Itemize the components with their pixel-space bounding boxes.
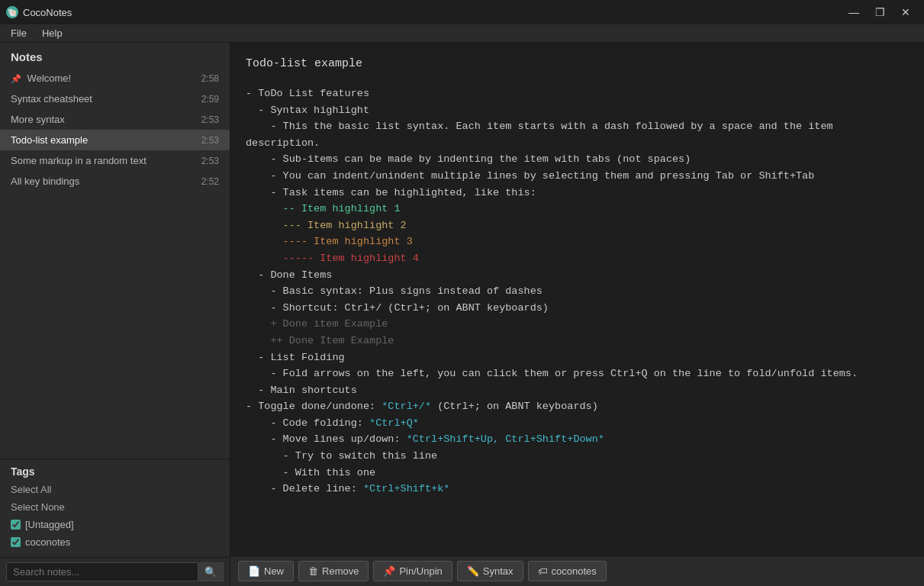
editor-line: - Toggle done/undone: *Ctrl+/* (Ctrl+; o… (246, 398, 909, 415)
editor-line: - Fold arrows on the left, you can click… (246, 365, 909, 382)
editor: Todo-list example - ToDo List features -… (230, 43, 924, 555)
tag-item[interactable]: coconotes (0, 533, 230, 551)
sidebar: Notes 📌 Welcome! 2:58 Syntax cheatsheet … (0, 43, 230, 586)
sidebar-footer: 🔍 (0, 557, 230, 586)
tags-list: [Untagged] coconotes (0, 516, 230, 551)
note-title: 📌 Welcome! (11, 72, 195, 84)
note-item[interactable]: More syntax 2:53 (0, 109, 230, 130)
editor-line: -- Item highlight 1 (246, 201, 909, 217)
remove-label: Remove (322, 565, 359, 577)
tag-label: coconotes (552, 565, 597, 577)
editor-line: - Sub-items can be made by indenting the… (246, 151, 909, 168)
titlebar: 🐚 CocoNotes — ❐ ✕ (0, 0, 924, 24)
toolbar: 📄 New 🗑 Remove 📌 Pin/Unpin ✏️ Syntax 🏷 c… (230, 555, 924, 586)
note-title: Some markup in a random text (11, 155, 195, 166)
pin-icon: 📌 (11, 74, 21, 83)
note-item[interactable]: Todo-list example 2:53 (0, 130, 230, 150)
close-button[interactable]: ✕ (893, 2, 918, 23)
editor-line: - Basic syntax: Plus signs instead of da… (246, 283, 909, 300)
search-button[interactable]: 🔍 (198, 562, 224, 581)
note-time: 2:53 (201, 135, 219, 146)
note-time: 2:58 (201, 73, 219, 84)
editor-line: - Code folding: *Ctrl+Q* (246, 415, 909, 432)
note-time: 2:52 (201, 176, 219, 187)
editor-line: - Main shortcuts (246, 382, 909, 399)
editor-line: - Shortcut: Ctrl+/ (Ctrl+; on ABNT keybo… (246, 300, 909, 317)
titlebar-left: 🐚 CocoNotes (6, 6, 72, 18)
menu-help[interactable]: Help (34, 26, 70, 40)
note-time: 2:53 (201, 114, 219, 125)
titlebar-controls: — ❐ ✕ (842, 2, 918, 23)
editor-line: - List Folding (246, 349, 909, 366)
editor-content[interactable]: - ToDo List features - Syntax highlight … (246, 85, 909, 497)
note-item[interactable]: Some markup in a random text 2:53 (0, 150, 230, 171)
editor-line: + Done item Example (246, 316, 909, 333)
main: Notes 📌 Welcome! 2:58 Syntax cheatsheet … (0, 43, 924, 586)
editor-line: - ToDo List features (246, 85, 909, 102)
note-title: More syntax (11, 114, 195, 125)
notes-section: Notes 📌 Welcome! 2:58 Syntax cheatsheet … (0, 43, 230, 459)
note-title: Syntax cheatsheet (11, 93, 195, 105)
note-time: 2:59 (201, 94, 219, 105)
app-title: CocoNotes (23, 7, 72, 18)
tags-header: Tags (0, 459, 230, 481)
tag-label: [Untagged] (25, 519, 74, 530)
editor-line: --- Item highlight 2 (246, 217, 909, 234)
pin-icon: 📌 (383, 565, 395, 577)
editor-line: - This the basic list syntax. Each item … (246, 118, 909, 151)
select-none-button[interactable]: Select None (0, 498, 230, 516)
select-all-button[interactable]: Select All (0, 481, 230, 498)
editor-line: - Try to switch this line (246, 448, 909, 465)
menu-file[interactable]: File (3, 26, 34, 40)
notes-list: 📌 Welcome! 2:58 Syntax cheatsheet 2:59 M… (0, 68, 230, 192)
note-title: Todo-list example (11, 134, 195, 146)
tag-item[interactable]: [Untagged] (0, 516, 230, 533)
app-icon: 🐚 (6, 6, 18, 18)
tag-checkbox[interactable] (11, 537, 21, 547)
editor-line: - You can indent/unindent multiple lines… (246, 168, 909, 185)
syntax-label: Syntax (483, 565, 514, 577)
tag-icon: 🏷 (538, 565, 548, 577)
menubar: File Help (0, 24, 924, 43)
editor-line: - With this one (246, 465, 909, 481)
editor-line: - Move lines up/down: *Ctrl+Shift+Up, Ct… (246, 431, 909, 448)
tag-label: coconotes (25, 536, 70, 548)
search-input[interactable] (6, 562, 198, 581)
notes-header: Notes (0, 43, 230, 68)
minimize-button[interactable]: — (842, 2, 866, 23)
editor-line: ---- Item highlight 3 (246, 233, 909, 250)
editor-line: - Task items can be highlighted, like th… (246, 185, 909, 201)
editor-title: Todo-list example (246, 55, 909, 73)
syntax-button[interactable]: ✏️ Syntax (457, 561, 523, 581)
remove-icon: 🗑 (308, 565, 318, 577)
editor-line: - Done Items (246, 267, 909, 284)
note-time: 2:53 (201, 156, 219, 166)
note-item[interactable]: All key bindings 2:52 (0, 171, 230, 192)
syntax-icon: ✏️ (467, 565, 479, 577)
editor-line: ----- Item highlight 4 (246, 250, 909, 267)
tag-checkbox[interactable] (11, 520, 21, 530)
new-icon: 📄 (248, 565, 260, 577)
tags-section: Tags Select All Select None [Untagged] c… (0, 459, 230, 557)
tag-button[interactable]: 🏷 coconotes (528, 561, 607, 581)
note-item[interactable]: Syntax cheatsheet 2:59 (0, 89, 230, 109)
new-button[interactable]: 📄 New (238, 561, 294, 581)
editor-line: - Syntax highlight (246, 102, 909, 119)
note-item[interactable]: 📌 Welcome! 2:58 (0, 68, 230, 89)
editor-line: ++ Done Item Example (246, 333, 909, 349)
note-title: All key bindings (11, 175, 195, 187)
new-label: New (264, 565, 284, 577)
pin-label: Pin/Unpin (399, 565, 442, 577)
remove-button[interactable]: 🗑 Remove (298, 561, 369, 581)
editor-line: - Delete line: *Ctrl+Shift+k* (246, 481, 909, 497)
pin-button[interactable]: 📌 Pin/Unpin (373, 561, 452, 581)
maximize-button[interactable]: ❐ (868, 2, 892, 23)
